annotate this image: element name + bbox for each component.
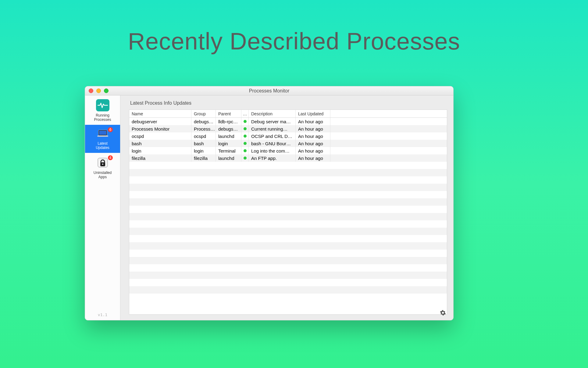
cell-updated: An hour ago [296,118,330,125]
cell-parent: launchd [216,154,241,162]
settings-button[interactable] [439,309,447,316]
table-row[interactable]: loginloginTerminalLog into the com…An ho… [129,147,447,154]
table-row [129,184,447,191]
table-row [129,257,447,264]
table-row [129,198,447,206]
col-description[interactable]: Description [249,110,296,117]
sidebar-item-label: Uninstalled Apps [86,171,119,179]
cell-spacer [330,132,447,140]
cell-name: ocspd [129,132,191,140]
hero-title: Recently Described Processes [0,27,588,55]
table-row [129,206,447,213]
cell-name: bash [129,140,191,147]
table-row[interactable]: Processes MonitorProcess…debugs…Current … [129,125,447,132]
cell-spacer [330,125,447,132]
col-parent[interactable]: Parent [216,110,241,117]
sidebar-item-latest-updates[interactable]: 6 Latest Updates [85,125,120,153]
cell-group: filezilla [191,154,216,162]
table-row[interactable]: ocspdocspdlaunchdOCSP and CRL D…An hour … [129,132,447,140]
table-row [129,176,447,184]
cell-status [241,154,249,162]
cell-status [241,147,249,154]
table-row [129,272,447,279]
heartbeat-icon [96,99,109,111]
cell-name: filezilla [129,154,191,162]
col-last-updated[interactable]: Last Updated [296,110,330,117]
cell-description: bash - GNU Bour… [249,140,296,147]
cell-group: login [191,147,216,154]
cell-group: debugs… [191,118,216,125]
sidebar-item-running-processes[interactable]: Running Processes [85,96,120,125]
cell-name: login [129,147,191,154]
cell-description: Debug server ma… [249,118,296,125]
col-group[interactable]: Group [191,110,216,117]
updates-table: Name Group Parent … Description Last Upd… [129,110,447,315]
table-row [129,228,447,235]
cell-spacer [330,118,447,125]
table-row [129,250,447,257]
table-row [129,169,447,176]
col-spacer [330,110,447,117]
col-status[interactable]: … [241,110,249,117]
cell-parent: launchd [216,132,241,140]
sidebar-item-label: Latest Updates [86,141,119,150]
cell-description: An FTP app. [249,154,296,162]
status-dot-icon [244,142,247,145]
table-row [129,191,447,198]
lock-app-icon [96,157,109,169]
app-window: Processes Monitor Running Processes 6 [85,86,454,320]
svg-point-5 [102,164,103,165]
table-row [129,264,447,272]
cell-updated: An hour ago [296,125,330,132]
cell-parent: debugs… [216,125,241,132]
cell-description: Log into the com… [249,147,296,154]
table-row [129,235,447,242]
cell-description: OCSP and CRL D… [249,132,296,140]
laptop-icon [96,128,109,139]
cell-status [241,140,249,147]
table-row[interactable]: debugserverdebugs…lldb-rpc…Debug server … [129,118,447,125]
col-name[interactable]: Name [129,110,191,117]
status-dot-icon [244,135,247,138]
table-row [129,213,447,220]
cell-updated: An hour ago [296,154,330,162]
cell-spacer [330,140,447,147]
cell-spacer [330,154,447,162]
table-row [129,279,447,286]
section-title: Latest Process Info Updates [130,100,447,106]
cell-updated: An hour ago [296,147,330,154]
table-row [129,242,447,250]
window-title: Processes Monitor [85,88,453,94]
cell-name: Processes Monitor [129,125,191,132]
table-row[interactable]: filezillafilezillalaunchdAn FTP app.An h… [129,154,447,162]
table-row[interactable]: bashbashloginbash - GNU Bour…An hour ago [129,140,447,147]
cell-parent: lldb-rpc… [216,118,241,125]
status-dot-icon [244,127,247,130]
cell-parent: Terminal [216,147,241,154]
cell-status [241,125,249,132]
svg-rect-2 [97,135,108,137]
titlebar[interactable]: Processes Monitor [85,86,453,96]
status-dot-icon [244,157,247,160]
window-body: Running Processes 6 Latest Updates 4 [85,96,453,320]
cell-spacer [330,147,447,154]
cell-parent: login [216,140,241,147]
sidebar-item-uninstalled-apps[interactable]: 4 Uninstalled Apps [85,153,120,182]
cell-status [241,118,249,125]
main-pane: Latest Process Info Updates Name Group P… [120,96,453,320]
cell-name: debugserver [129,118,191,125]
cell-status [241,132,249,140]
cell-group: Process… [191,125,216,132]
table-header: Name Group Parent … Description Last Upd… [129,110,447,118]
svg-rect-1 [99,131,106,135]
cell-group: ocspd [191,132,216,140]
table-body: debugserverdebugs…lldb-rpc…Debug server … [129,118,447,314]
sidebar-item-label: Running Processes [86,113,119,122]
status-dot-icon [244,120,247,123]
cell-description: Current running… [249,125,296,132]
status-dot-icon [244,149,247,152]
sidebar: Running Processes 6 Latest Updates 4 [85,96,120,320]
cell-updated: An hour ago [296,140,330,147]
gear-icon [440,310,446,316]
table-row [129,220,447,228]
